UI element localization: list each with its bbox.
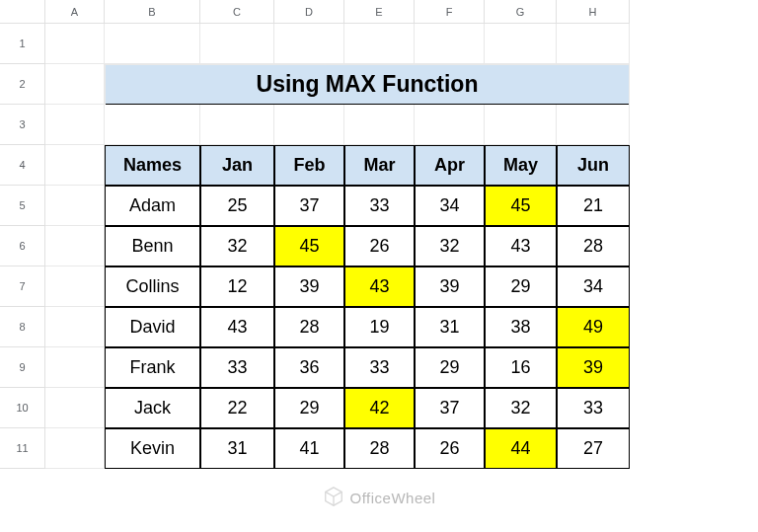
cell-D1[interactable] [274, 24, 344, 64]
table-val-0-3[interactable]: 34 [415, 186, 485, 226]
table-val-0-5[interactable]: 21 [557, 186, 630, 226]
table-val-3-3[interactable]: 31 [415, 307, 485, 347]
row-header-5[interactable]: 5 [0, 186, 45, 226]
cell-A2[interactable] [45, 64, 105, 105]
col-header-F[interactable]: F [415, 0, 485, 24]
table-val-3-4[interactable]: 38 [485, 307, 557, 347]
row-header-2[interactable]: 2 [0, 64, 45, 105]
table-val-3-2[interactable]: 19 [344, 307, 415, 347]
table-val-4-0[interactable]: 33 [200, 347, 274, 388]
table-name-4[interactable]: Frank [105, 347, 200, 388]
table-val-5-2[interactable]: 42 [344, 388, 415, 428]
table-val-1-4[interactable]: 43 [485, 226, 557, 266]
table-header-apr[interactable]: Apr [415, 145, 485, 186]
table-header-jan[interactable]: Jan [200, 145, 274, 186]
table-val-4-1[interactable]: 36 [274, 347, 344, 388]
table-val-3-5[interactable]: 49 [557, 307, 630, 347]
cell-C1[interactable] [200, 24, 274, 64]
cell-G1[interactable] [485, 24, 557, 64]
table-header-jun[interactable]: Jun [557, 145, 630, 186]
table-name-1[interactable]: Benn [105, 226, 200, 266]
cell-A6[interactable] [45, 226, 105, 266]
table-val-0-4[interactable]: 45 [485, 186, 557, 226]
col-header-G[interactable]: G [485, 0, 557, 24]
table-val-5-0[interactable]: 22 [200, 388, 274, 428]
cell-A8[interactable] [45, 307, 105, 347]
table-header-names[interactable]: Names [105, 145, 200, 186]
col-header-B[interactable]: B [105, 0, 200, 24]
spreadsheet-grid[interactable]: A B C D E F G H 1 2 Using MAX Function 3… [0, 0, 758, 469]
table-val-4-5[interactable]: 39 [557, 347, 630, 388]
cell-F1[interactable] [415, 24, 485, 64]
table-val-0-1[interactable]: 37 [274, 186, 344, 226]
table-name-2[interactable]: Collins [105, 266, 200, 307]
cell-A5[interactable] [45, 186, 105, 226]
table-val-1-5[interactable]: 28 [557, 226, 630, 266]
cell-A9[interactable] [45, 347, 105, 388]
table-name-3[interactable]: David [105, 307, 200, 347]
col-header-H[interactable]: H [557, 0, 630, 24]
table-val-5-1[interactable]: 29 [274, 388, 344, 428]
table-val-2-5[interactable]: 34 [557, 266, 630, 307]
table-val-1-2[interactable]: 26 [344, 226, 415, 266]
table-header-mar[interactable]: Mar [344, 145, 415, 186]
table-val-1-1[interactable]: 45 [274, 226, 344, 266]
table-val-5-3[interactable]: 37 [415, 388, 485, 428]
table-val-6-0[interactable]: 31 [200, 428, 274, 469]
table-val-5-5[interactable]: 33 [557, 388, 630, 428]
table-val-0-0[interactable]: 25 [200, 186, 274, 226]
cell-G3[interactable] [485, 105, 557, 145]
table-val-6-4[interactable]: 44 [485, 428, 557, 469]
table-val-2-3[interactable]: 39 [415, 266, 485, 307]
cell-D3[interactable] [274, 105, 344, 145]
cell-A1[interactable] [45, 24, 105, 64]
cell-E1[interactable] [344, 24, 415, 64]
table-val-4-3[interactable]: 29 [415, 347, 485, 388]
table-header-feb[interactable]: Feb [274, 145, 344, 186]
table-val-0-2[interactable]: 33 [344, 186, 415, 226]
table-val-2-0[interactable]: 12 [200, 266, 274, 307]
title-cell[interactable]: Using MAX Function [105, 64, 630, 105]
cell-A11[interactable] [45, 428, 105, 469]
cell-A10[interactable] [45, 388, 105, 428]
row-header-3[interactable]: 3 [0, 105, 45, 145]
cell-H1[interactable] [557, 24, 630, 64]
cell-A3[interactable] [45, 105, 105, 145]
table-val-6-3[interactable]: 26 [415, 428, 485, 469]
select-all-corner[interactable] [0, 0, 45, 24]
table-val-2-4[interactable]: 29 [485, 266, 557, 307]
row-header-1[interactable]: 1 [0, 24, 45, 64]
row-header-8[interactable]: 8 [0, 307, 45, 347]
table-val-2-2[interactable]: 43 [344, 266, 415, 307]
row-header-11[interactable]: 11 [0, 428, 45, 469]
table-header-may[interactable]: May [485, 145, 557, 186]
table-val-3-1[interactable]: 28 [274, 307, 344, 347]
table-val-5-4[interactable]: 32 [485, 388, 557, 428]
cell-C3[interactable] [200, 105, 274, 145]
table-val-4-2[interactable]: 33 [344, 347, 415, 388]
table-val-3-0[interactable]: 43 [200, 307, 274, 347]
table-name-5[interactable]: Jack [105, 388, 200, 428]
col-header-C[interactable]: C [200, 0, 274, 24]
row-header-7[interactable]: 7 [0, 266, 45, 307]
table-name-0[interactable]: Adam [105, 186, 200, 226]
table-val-1-0[interactable]: 32 [200, 226, 274, 266]
cell-A4[interactable] [45, 145, 105, 186]
col-header-E[interactable]: E [344, 0, 415, 24]
cell-B1[interactable] [105, 24, 200, 64]
cell-A7[interactable] [45, 266, 105, 307]
table-val-4-4[interactable]: 16 [485, 347, 557, 388]
table-val-6-2[interactable]: 28 [344, 428, 415, 469]
table-val-2-1[interactable]: 39 [274, 266, 344, 307]
table-val-1-3[interactable]: 32 [415, 226, 485, 266]
row-header-9[interactable]: 9 [0, 347, 45, 388]
col-header-A[interactable]: A [45, 0, 105, 24]
table-name-6[interactable]: Kevin [105, 428, 200, 469]
cell-F3[interactable] [415, 105, 485, 145]
table-val-6-1[interactable]: 41 [274, 428, 344, 469]
cell-E3[interactable] [344, 105, 415, 145]
col-header-D[interactable]: D [274, 0, 344, 24]
row-header-10[interactable]: 10 [0, 388, 45, 428]
cell-H3[interactable] [557, 105, 630, 145]
row-header-6[interactable]: 6 [0, 226, 45, 266]
